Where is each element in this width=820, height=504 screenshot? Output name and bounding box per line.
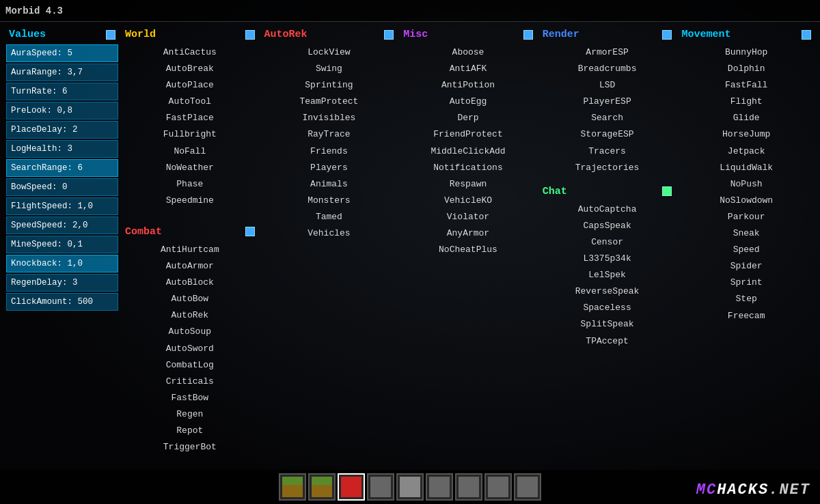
list-item[interactable]: AnyArmor xyxy=(400,225,536,242)
list-item[interactable]: L3375p34k xyxy=(540,251,675,267)
list-item[interactable]: Tracers xyxy=(540,143,675,160)
list-item[interactable]: Players xyxy=(262,160,397,176)
world-indicator[interactable] xyxy=(245,30,255,40)
list-item[interactable]: LockView xyxy=(262,44,397,61)
list-item[interactable]: Censor xyxy=(540,234,675,251)
list-item[interactable]: TriggerBot xyxy=(122,439,258,456)
list-item[interactable]: AuraRange: 3,7 xyxy=(6,64,118,81)
list-item[interactable]: Phase xyxy=(122,176,258,193)
hotbar-slot-9[interactable] xyxy=(514,473,541,501)
list-item[interactable]: FastFall xyxy=(679,77,814,94)
list-item[interactable]: Sprinting xyxy=(262,77,397,94)
autorek-indicator[interactable] xyxy=(384,30,394,40)
list-item[interactable]: SearchRange: 6 xyxy=(6,159,118,177)
list-item[interactable]: FlightSpeed: 1,0 xyxy=(6,197,118,215)
hotbar-slot-2[interactable] xyxy=(308,473,336,501)
list-item[interactable]: AntiAFK xyxy=(400,61,536,77)
list-item[interactable]: ReverseSpeak xyxy=(540,283,675,300)
render-indicator[interactable] xyxy=(662,30,672,40)
list-item[interactable]: NoFall xyxy=(122,143,258,160)
list-item[interactable]: AntiCactus xyxy=(122,44,258,61)
list-item[interactable]: Trajectories xyxy=(540,160,675,176)
chat-indicator[interactable] xyxy=(662,186,672,196)
list-item[interactable]: AutoBow xyxy=(122,291,258,307)
list-item[interactable]: PlaceDelay: 2 xyxy=(6,121,118,139)
list-item[interactable]: Animals xyxy=(262,176,397,193)
list-item[interactable]: ClickAmount: 500 xyxy=(6,293,118,311)
list-item[interactable]: Jetpack xyxy=(679,143,814,160)
list-item[interactable]: Step xyxy=(679,291,814,307)
list-item[interactable]: NoCheatPlus xyxy=(400,242,536,258)
list-item[interactable]: AntiPotion xyxy=(400,77,536,94)
list-item[interactable]: RayTrace xyxy=(262,126,397,143)
list-item[interactable]: PlayerESP xyxy=(540,94,675,110)
list-item[interactable]: SpeedSpeed: 2,0 xyxy=(6,216,118,234)
list-item[interactable]: TurnRate: 6 xyxy=(6,83,118,100)
list-item[interactable]: TeamProtect xyxy=(262,94,397,110)
list-item[interactable]: NoSlowdown xyxy=(679,193,814,209)
list-item[interactable]: VehicleKO xyxy=(400,193,536,209)
values-indicator[interactable] xyxy=(106,30,115,40)
list-item[interactable]: ArmorESP xyxy=(540,44,675,61)
list-item[interactable]: PreLook: 0,8 xyxy=(6,102,118,120)
hotbar-slot-7[interactable] xyxy=(455,473,482,501)
list-item[interactable]: FastPlace xyxy=(122,110,258,126)
list-item[interactable]: Regen xyxy=(122,406,258,423)
list-item[interactable]: Search xyxy=(540,110,675,126)
hotbar-slot-1[interactable] xyxy=(279,473,306,501)
list-item[interactable]: BowSpeed: 0 xyxy=(6,178,118,196)
list-item[interactable]: NoWeather xyxy=(122,160,258,176)
list-item[interactable]: Sneak xyxy=(679,225,814,242)
list-item[interactable]: Swing xyxy=(262,61,397,77)
list-item[interactable]: Criticals xyxy=(122,374,258,390)
list-item[interactable]: NoPush xyxy=(679,176,814,193)
list-item[interactable]: Friends xyxy=(262,143,397,160)
hotbar-slot-5[interactable] xyxy=(396,473,424,501)
list-item[interactable]: MineSpeed: 0,1 xyxy=(6,236,118,253)
list-item[interactable]: TPAccept xyxy=(540,333,675,350)
list-item[interactable]: Invisibles xyxy=(262,110,397,126)
list-item[interactable]: AutoArmor xyxy=(122,258,258,275)
list-item[interactable]: Repot xyxy=(122,423,258,439)
hotbar-slot-3[interactable] xyxy=(338,473,365,501)
list-item[interactable]: CombatLog xyxy=(122,357,258,374)
list-item[interactable]: Monsters xyxy=(262,193,397,209)
list-item[interactable]: Freecam xyxy=(679,308,814,324)
hotbar-slot-4[interactable] xyxy=(367,473,394,501)
list-item[interactable]: Breadcrumbs xyxy=(540,61,675,77)
hotbar-slot-8[interactable] xyxy=(484,473,512,501)
list-item[interactable]: Knockback: 1,0 xyxy=(6,255,118,272)
list-item[interactable]: Notifications xyxy=(400,160,536,176)
list-item[interactable]: BunnyHop xyxy=(679,44,814,61)
list-item[interactable]: AntiHurtcam xyxy=(122,242,258,258)
list-item[interactable]: Dolphin xyxy=(679,61,814,77)
list-item[interactable]: FastBow xyxy=(122,390,258,406)
list-item[interactable]: LelSpek xyxy=(540,267,675,283)
list-item[interactable]: LogHealth: 3 xyxy=(6,140,118,158)
list-item[interactable]: Sprint xyxy=(679,275,814,291)
list-item[interactable]: Aboose xyxy=(400,44,536,61)
list-item[interactable]: CapsSpeak xyxy=(540,218,675,234)
list-item[interactable]: AutoBlock xyxy=(122,275,258,291)
movement-indicator[interactable] xyxy=(802,30,811,40)
list-item[interactable]: Tamed xyxy=(262,209,397,225)
list-item[interactable]: AutoRek xyxy=(122,307,258,324)
list-item[interactable]: AuraSpeed: 5 xyxy=(6,44,118,62)
list-item[interactable]: AutoPlace xyxy=(122,77,258,94)
list-item[interactable]: Violator xyxy=(400,209,536,225)
list-item[interactable]: Flight xyxy=(679,94,814,110)
list-item[interactable]: Speed xyxy=(679,242,814,258)
combat-indicator[interactable] xyxy=(245,227,255,236)
list-item[interactable]: AutoCaptcha xyxy=(540,201,675,218)
misc-indicator[interactable] xyxy=(523,30,533,40)
list-item[interactable]: RegenDelay: 3 xyxy=(6,274,118,292)
list-item[interactable]: StorageESP xyxy=(540,126,675,143)
list-item[interactable]: Spaceless xyxy=(540,300,675,316)
list-item[interactable]: Spider xyxy=(679,258,814,275)
list-item[interactable]: Respawn xyxy=(400,176,536,193)
list-item[interactable]: Glide xyxy=(679,110,814,126)
list-item[interactable]: AutoBreak xyxy=(122,61,258,77)
hotbar-slot-6[interactable] xyxy=(426,473,453,501)
list-item[interactable]: Parkour xyxy=(679,209,814,225)
list-item[interactable]: AutoSword xyxy=(122,341,258,357)
